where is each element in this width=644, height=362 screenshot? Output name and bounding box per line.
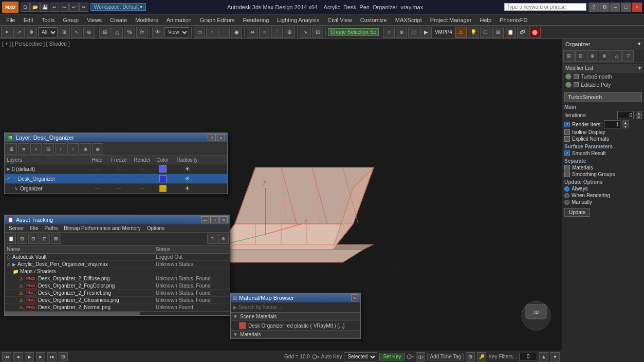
layer-tb-btn1[interactable]: ⊞ — [6, 143, 17, 155]
layer-color-desk[interactable] — [154, 175, 172, 182]
rectangle-select-icon[interactable]: ▭ — [194, 27, 205, 38]
align-icon[interactable]: ≡ — [259, 27, 270, 38]
redo-icon[interactable]: ↪ — [60, 3, 69, 12]
menu-phoenixfd[interactable]: PhoenixFD — [495, 16, 531, 24]
curve-editor-icon[interactable]: ∿ — [300, 27, 311, 38]
render-setup-icon[interactable]: 🎥 — [408, 27, 419, 38]
snap-icon[interactable]: ⊞ — [99, 27, 111, 38]
prev-frame-btn[interactable]: ◄ — [13, 352, 23, 361]
menu-graph-editors[interactable]: Graph Editors — [196, 16, 239, 24]
layer-freeze-default[interactable]: — — [107, 166, 131, 172]
asset-dialog-max[interactable]: □ — [210, 216, 218, 223]
layer-tb-btn4[interactable]: ⊟ — [43, 143, 54, 155]
set-key-btn[interactable]: Set Key — [379, 353, 404, 360]
render-iters-down[interactable]: ▼ — [622, 124, 629, 128]
save-file-icon[interactable]: 💾 — [40, 3, 49, 12]
menu-rendering[interactable]: Rendering — [239, 16, 273, 24]
mb-scene-materials-section[interactable]: ▼ Scene Materials — [231, 313, 360, 321]
layer-render-default[interactable]: — — [131, 166, 154, 172]
render-iters-input[interactable] — [604, 120, 620, 128]
create-selection-btn[interactable]: Create Selection Se — [328, 28, 379, 36]
next-frame-btn[interactable]: ► — [36, 352, 45, 361]
manually-radio[interactable] — [564, 200, 569, 205]
menu-maxscript[interactable]: MAXScript — [391, 16, 426, 24]
layer-render-desk[interactable]: — — [131, 176, 154, 181]
close-button[interactable]: × — [632, 3, 642, 12]
circle-select-icon[interactable]: ○ — [206, 27, 217, 38]
brush-select-icon[interactable]: ◉ — [231, 27, 242, 38]
asset-row-normal[interactable]: ⚠ PNG Desk_Organizer_2_Normal.png Unknow… — [5, 304, 230, 311]
asset-row-fogcolor[interactable]: ⚠ PNG Desk_Organizer_2_FogColor.png Unkn… — [5, 282, 230, 290]
menu-views[interactable]: Views — [83, 16, 106, 24]
mb-close-btn[interactable]: × — [351, 294, 358, 301]
asset-dialog-titlebar[interactable]: 📋 Asset Tracking — □ × — [5, 215, 230, 224]
spinner-snap-icon[interactable]: ⟳ — [136, 27, 148, 38]
render-iters-up[interactable]: ▲ — [622, 120, 629, 124]
modifier-list-arrow[interactable]: ▾ — [638, 65, 641, 71]
new-file-icon[interactable]: 🗋 — [21, 3, 30, 12]
mirror-icon[interactable]: ⇔ — [247, 27, 258, 38]
layer-row-default[interactable]: ▶ 0 (default) — — — ☀ — [5, 164, 227, 174]
isoline-checkbox[interactable] — [564, 129, 570, 135]
asset-tb-btn3[interactable]: ⊟ — [28, 234, 39, 244]
key-filters-label[interactable]: Key Filters... — [488, 354, 517, 359]
maximize-button[interactable]: □ — [621, 3, 631, 12]
play-anim-btn[interactable]: ▶ — [25, 352, 34, 361]
layer-freeze-desk[interactable]: — — [107, 176, 131, 181]
search-input[interactable] — [504, 3, 586, 11]
panel-icon-6[interactable]: ▽ — [622, 50, 634, 62]
frame-spin-up[interactable]: ▲ — [539, 352, 548, 361]
key-mode-btn[interactable]: ⊞ — [59, 352, 68, 361]
settings-icon[interactable]: ⚙ — [599, 3, 610, 12]
layer-hide-desk[interactable]: — — [87, 176, 107, 181]
menu-group[interactable]: Group — [59, 16, 83, 24]
menu-help[interactable]: Help — [475, 16, 495, 24]
end-frame-btn[interactable]: ⏭ — [47, 352, 57, 361]
asset-row-glossiness[interactable]: ⚠ PNG Desk_Organizer_2_Glossiness.png Un… — [5, 297, 230, 304]
asset-tb-btn2[interactable]: ⊞ — [17, 234, 27, 244]
asset-dialog-close[interactable]: × — [219, 216, 228, 223]
iterations-down[interactable]: ▼ — [636, 115, 642, 119]
layer-radio-org[interactable]: ☀ — [172, 185, 203, 192]
asset-row-fresnel[interactable]: ⚠ PNG Desk_Organizer_2_Fresnel.png Unkno… — [5, 290, 230, 297]
layer-freeze-org[interactable]: — — [107, 186, 131, 191]
menu-animation[interactable]: Animation — [162, 16, 196, 24]
mat-editor-icon[interactable]: ⬡ — [480, 27, 491, 38]
workspace-button[interactable]: Workspace: Default▾ — [90, 3, 146, 11]
asset-tb-btn1[interactable]: 📋 — [6, 234, 16, 244]
layer-color-default[interactable] — [154, 165, 172, 173]
rivet-icon[interactable]: ⊗ — [396, 27, 407, 38]
menu-lighting-analysis[interactable]: Lighting Analysis — [273, 16, 323, 24]
layer-color-org[interactable] — [154, 185, 172, 192]
layer-render-org[interactable]: — — [131, 186, 154, 191]
smooth-result-checkbox[interactable] — [564, 150, 570, 156]
layer-tb-btn3[interactable]: + — [30, 143, 42, 155]
layer-tb-btn7[interactable]: ⊕ — [80, 143, 91, 155]
layer-hide-default[interactable]: — — [87, 166, 107, 172]
layer-dialog-titlebar[interactable]: ⊞ Layer: Desk_Organizer ? × — [5, 133, 227, 142]
undo-icon[interactable]: ↩ — [50, 3, 59, 12]
asset-menu-options[interactable]: Options — [144, 225, 168, 232]
asset-row-max-file[interactable]: ⚠ ▶ Acrylic_Desk_Pen_Organizer_vray.max … — [5, 261, 230, 268]
modifier-check-1[interactable] — [574, 74, 579, 79]
time-tag-icon[interactable]: ⊞ — [466, 352, 475, 361]
when-rendering-radio[interactable] — [564, 193, 569, 198]
menu-create[interactable]: Create — [106, 16, 131, 24]
always-radio[interactable] — [564, 186, 569, 192]
smoothing-groups-checkbox[interactable] — [564, 172, 570, 177]
help-icon[interactable]: ? — [588, 3, 599, 12]
menu-tools[interactable]: Tools — [38, 16, 59, 24]
menu-modifiers[interactable]: Modifiers — [131, 16, 162, 24]
mb-search-input[interactable] — [238, 304, 358, 310]
ribbon-icon[interactable]: ≡ — [383, 27, 395, 38]
slate-icon[interactable]: 🗗 — [517, 27, 528, 38]
layer-row-organizer[interactable]: ↳ Organizer — — — ☀ — [5, 184, 227, 194]
panel-icon-4[interactable]: ⊗ — [599, 50, 610, 62]
modifier-editable-poly[interactable]: Editable Poly — [563, 81, 643, 89]
menu-customize[interactable]: Customize — [356, 16, 391, 24]
modifier-check-2[interactable] — [574, 82, 579, 87]
layer-dialog-question[interactable]: ? — [208, 134, 216, 141]
anim-controls-icon[interactable]: ◁▷ — [416, 352, 425, 361]
asset-menu-server[interactable]: Server — [6, 225, 27, 232]
select-filter-icon[interactable]: ⊞ — [59, 27, 70, 38]
